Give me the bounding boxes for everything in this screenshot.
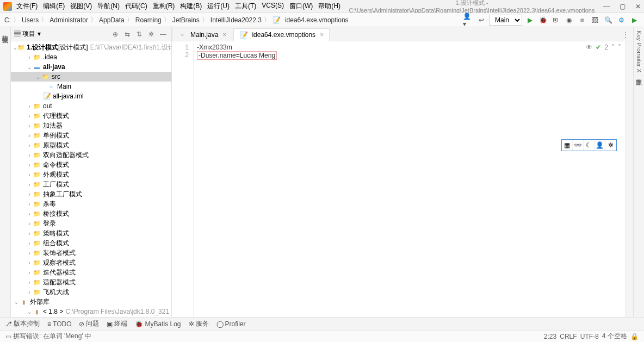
translate-icon[interactable]: 🖾 [590, 15, 600, 26]
editor-area: Main.java× 📝idea64.exe.vmoptions× ⋮ 12 -… [172, 27, 633, 317]
tool-terminal[interactable]: ▣ 终端 [107, 319, 127, 328]
tree-folder[interactable]: ›加法器 [11, 121, 171, 130]
editor-tabs: Main.java× 📝idea64.exe.vmoptions× ⋮ [172, 27, 633, 41]
menu-help[interactable]: 帮助(H) [318, 2, 340, 11]
settings-icon[interactable]: ⚙ [616, 15, 627, 26]
menu-file[interactable]: 文件(F) [16, 2, 38, 11]
stop-icon[interactable]: ■ [577, 15, 587, 26]
collapse-icon[interactable]: ⇅ [134, 30, 144, 38]
inspection-widget[interactable]: 👁 ✔2 ˄˅ [586, 43, 621, 51]
window-title: 1.设计模式 - C:\Users\Administrator\AppData\… [340, 0, 603, 14]
eye-icon[interactable]: 👁 [586, 43, 592, 51]
profile-icon[interactable]: ◉ [564, 15, 574, 26]
tree-folder[interactable]: ›装饰者模式 [11, 248, 171, 258]
back-icon[interactable]: ↩ [476, 15, 487, 26]
tree-folder[interactable]: ›桥接模式 [11, 209, 171, 219]
maximize-icon[interactable]: ▢ [620, 3, 626, 10]
tool-mybatis[interactable]: 🐞 MyBatis Log [135, 320, 181, 328]
person-icon[interactable]: 👤 [595, 140, 605, 151]
tool-services[interactable]: ✲ 服务 [189, 319, 209, 328]
menu-run[interactable]: 运行(U) [207, 2, 230, 11]
status-lock-icon[interactable]: 🔒 [630, 333, 639, 340]
tree-folder[interactable]: ›代理模式 [11, 111, 171, 121]
menu-window[interactable]: 窗口(W) [289, 2, 313, 11]
tree-folder[interactable]: ›原型模式 [11, 140, 171, 150]
status-position[interactable]: 2:23 [544, 333, 556, 340]
expand-icon[interactable]: ⇆ [122, 30, 132, 38]
close-tab-icon[interactable]: × [320, 31, 324, 39]
minimize-icon[interactable]: — [603, 3, 610, 10]
menu-vcs[interactable]: VCS(S) [262, 2, 284, 11]
run-icon[interactable]: ▶ [524, 15, 535, 26]
status-encoding[interactable]: UTF-8 [580, 333, 599, 340]
menu-view[interactable]: 视图(V) [70, 2, 92, 11]
tree-folder[interactable]: ›策略模式 [11, 228, 171, 238]
gear-icon[interactable]: ✲ [146, 30, 156, 38]
gear-icon[interactable]: ✲ [605, 140, 616, 151]
coverage-icon[interactable]: ⛨ [550, 15, 561, 26]
right-tool-stripe[interactable]: Key Promoter X 数据库 [633, 27, 644, 317]
tree-folder[interactable]: ›工厂模式 [11, 179, 171, 189]
tree-folder[interactable]: ›外观模式 [11, 170, 171, 179]
tree-folder[interactable]: ›单例模式 [11, 130, 171, 140]
breadcrumb[interactable]: Administrator [49, 16, 88, 24]
sidebar-title[interactable]: ▤ 项目 ▾ [14, 29, 41, 39]
floating-toolbar[interactable]: ▦ 👓 ☾ 👤 ✲ [561, 139, 617, 151]
tree-folder[interactable]: ›命令模式 [11, 160, 171, 170]
run-config-select[interactable]: Main [489, 15, 522, 26]
menu-code[interactable]: 代码(C) [125, 2, 147, 11]
close-tab-icon[interactable]: × [222, 31, 226, 39]
hide-icon[interactable]: — [158, 30, 168, 38]
breadcrumb[interactable]: Users [22, 16, 39, 24]
code-editor[interactable]: 12 -Xmx2033m -Duser.name=Lucas Meng 👁 ✔2… [172, 41, 633, 317]
grid-icon[interactable]: ▦ [562, 140, 573, 151]
select-target-icon[interactable]: ⊕ [110, 30, 120, 38]
tab-main-java[interactable]: Main.java× [172, 28, 232, 41]
breadcrumb[interactable]: idea64.exe.vmoptions [285, 16, 349, 24]
tab-vmoptions[interactable]: 📝idea64.exe.vmoptions× [233, 28, 330, 41]
status-indent[interactable]: 4 个空格 [602, 332, 627, 341]
navigation-bar: C:〉 Users〉 Administrator〉 AppData〉 Roami… [0, 13, 644, 27]
tab-menu-icon[interactable]: ⋮ [618, 29, 633, 41]
up-icon[interactable]: ˄ [611, 43, 615, 51]
search-icon[interactable]: 🔍 [603, 15, 614, 26]
tool-vcs[interactable]: ⎇ 版本控制 [4, 319, 40, 328]
tree-folder[interactable]: ›双向适配器模式 [11, 150, 171, 160]
tree-folder[interactable]: ›适配器模式 [11, 277, 171, 287]
editor-scrollbar[interactable] [626, 41, 633, 317]
tree-folder[interactable]: ›杀毒 [11, 199, 171, 209]
tree-folder[interactable]: ›组合模式 [11, 238, 171, 248]
menu-tools[interactable]: 工具(T) [235, 2, 256, 11]
tree-folder[interactable]: ›观察者模式 [11, 258, 171, 268]
tool-profiler[interactable]: ◯ Profiler [216, 320, 246, 328]
reader-icon[interactable]: 👓 [573, 140, 584, 151]
breadcrumb[interactable]: JetBrains [172, 16, 200, 24]
breadcrumb[interactable]: IntelliJIdea2022.3 [210, 16, 262, 24]
tree-folder[interactable]: ›飞机大战 [11, 287, 171, 297]
code-line-highlighted[interactable]: -Duser.name=Lucas Meng [197, 51, 277, 60]
breadcrumb[interactable]: AppData [99, 16, 125, 24]
user-icon[interactable]: 👤▾ [463, 15, 474, 26]
down-icon[interactable]: ˅ [618, 43, 621, 51]
tree-folder[interactable]: ›抽象工厂模式 [11, 189, 171, 199]
tree-folder[interactable]: ›迭代器模式 [11, 268, 171, 277]
tree-node-src[interactable]: ⌄src [11, 72, 171, 82]
tool-problems[interactable]: ⊘ 问题 [79, 319, 99, 328]
code-line[interactable]: -Xmx2033m [197, 43, 622, 51]
project-tree[interactable]: ⌄1.设计模式 [设计模式]E:\IT\Java\IDEA\1.first\1.… [11, 41, 171, 317]
tree-folder[interactable]: ›登录 [11, 219, 171, 228]
menu-refactor[interactable]: 重构(R) [153, 2, 175, 11]
debug-icon[interactable]: 🐞 [537, 15, 548, 26]
tool-todo[interactable]: ≡ TODO [47, 320, 71, 328]
breadcrumb[interactable]: C: [4, 16, 11, 24]
left-tool-stripe[interactable]: 结构 收藏夹 [0, 27, 11, 317]
breadcrumb[interactable]: Roaming [135, 16, 162, 24]
menu-build[interactable]: 构建(B) [180, 2, 202, 11]
close-icon[interactable]: ✕ [635, 3, 641, 10]
run-anything-icon[interactable]: ▶ [629, 15, 640, 26]
status-eol[interactable]: CRLF [560, 333, 577, 340]
bottom-tool-bar: ⎇ 版本控制 ≡ TODO ⊘ 问题 ▣ 终端 🐞 MyBatis Log ✲ … [0, 317, 644, 330]
menu-edit[interactable]: 编辑(E) [43, 2, 65, 11]
moon-icon[interactable]: ☾ [584, 140, 595, 151]
menu-navigate[interactable]: 导航(N) [97, 2, 120, 11]
